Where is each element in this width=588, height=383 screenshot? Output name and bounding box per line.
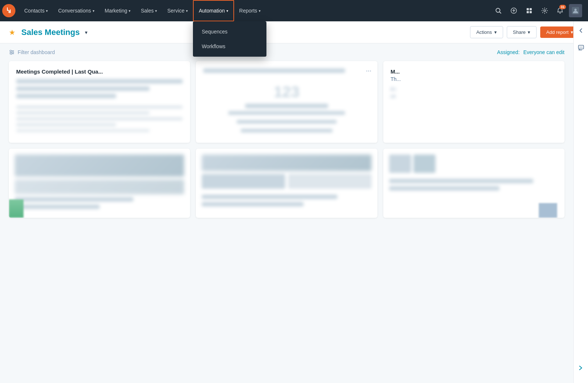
card-title: Meetings Completed | Last Qua...	[16, 68, 183, 75]
chevron-down-icon: ▾	[528, 29, 530, 35]
card2-content-blurred: 123	[203, 76, 370, 135]
svg-rect-7	[530, 11, 532, 13]
cards-grid-bottom	[9, 149, 564, 218]
nav-item-automation[interactable]: Automation ▾	[193, 0, 234, 21]
filter-dashboard-button[interactable]: Filter dashboard	[9, 49, 55, 55]
svg-point-20	[582, 47, 582, 47]
card3-subtitle: Th...	[391, 76, 557, 82]
favorite-star-icon[interactable]: ★	[9, 28, 15, 37]
share-button[interactable]: Share ▾	[507, 26, 537, 38]
bottom-card-3	[383, 149, 564, 218]
bottom-card2-content	[202, 155, 371, 206]
svg-point-8	[544, 10, 546, 12]
nav-right-actions: 31	[492, 4, 582, 17]
nav-item-sales[interactable]: Sales ▾	[136, 0, 162, 21]
dropdown-item-sequences[interactable]: Sequences	[193, 24, 266, 39]
chevron-down-icon: ▾	[494, 29, 497, 35]
chevron-down-icon: ▾	[259, 9, 261, 13]
svg-point-19	[581, 47, 581, 47]
user-avatar[interactable]	[569, 4, 582, 17]
svg-point-16	[10, 53, 12, 54]
main-content: Filter dashboard Assigned: Everyone can …	[0, 43, 573, 230]
sidebar-collapse-button[interactable]	[576, 26, 586, 37]
card-meetings-completed: Meetings Completed | Last Qua...	[9, 61, 190, 143]
nav-item-marketing[interactable]: Marketing ▾	[100, 0, 136, 21]
card-content-blurred	[16, 79, 183, 132]
svg-point-18	[580, 47, 580, 47]
subheader-actions: Actions ▾ Share ▾ Add report ▾	[470, 26, 579, 38]
search-button[interactable]	[492, 4, 505, 17]
chevron-down-icon: ▾	[186, 9, 188, 13]
card2-title-blurred	[203, 68, 370, 73]
chevron-down-icon: ▾	[46, 9, 48, 13]
top-navigation: Contacts ▾ Conversations ▾ Marketing ▾ S…	[0, 0, 588, 21]
filter-bar: Filter dashboard Assigned: Everyone can …	[9, 49, 564, 55]
cards-grid-top: Meetings Completed | Last Qua... ··· 123	[9, 61, 564, 143]
chevron-down-icon: ▾	[571, 29, 573, 35]
chevron-down-icon: ▾	[226, 9, 228, 13]
svg-rect-6	[527, 11, 529, 13]
notification-count-badge: 31	[559, 5, 566, 9]
card-second: ··· 123	[196, 61, 377, 143]
card-options-button[interactable]: ···	[366, 67, 372, 75]
nav-item-conversations[interactable]: Conversations ▾	[53, 0, 100, 21]
upgrade-button[interactable]	[507, 4, 520, 17]
card3-partial-text1: If t	[391, 86, 557, 92]
bottom-card1-content	[15, 155, 184, 209]
nav-item-contacts[interactable]: Contacts ▾	[19, 0, 53, 21]
chevron-down-icon: ▾	[93, 9, 94, 13]
page-title: Sales Meetings	[21, 28, 80, 37]
chevron-down-icon: ▾	[155, 9, 157, 13]
assigned-value[interactable]: Everyone can edit	[523, 49, 564, 55]
green-decoration	[9, 199, 24, 218]
svg-rect-4	[527, 8, 529, 10]
chevron-down-icon: ▾	[129, 9, 130, 13]
title-dropdown-arrow[interactable]: ▾	[85, 29, 87, 35]
assigned-info: Assigned: Everyone can edit	[497, 49, 564, 55]
card3-partial-text2: cri	[391, 93, 557, 99]
card3-content-blurred: If t cri	[391, 86, 557, 99]
sidebar-chat-button[interactable]	[576, 43, 586, 54]
svg-point-1	[496, 8, 500, 13]
svg-line-2	[500, 12, 501, 14]
right-sidebar	[573, 21, 588, 230]
nav-item-reports[interactable]: Reports ▾	[234, 0, 266, 21]
subheader: ★ Sales Meetings ▾ Actions ▾ Share ▾ Add…	[0, 21, 588, 43]
dropdown-item-workflows[interactable]: Workflows	[193, 39, 266, 54]
marketplace-button[interactable]	[523, 4, 536, 17]
bottom-card3-content	[389, 155, 559, 191]
hubspot-logo[interactable]	[6, 4, 19, 17]
svg-rect-5	[530, 8, 532, 10]
bottom-card-2	[196, 149, 377, 218]
actions-button[interactable]: Actions ▾	[470, 26, 503, 38]
bottom-card-1	[9, 149, 190, 218]
card3-title: M...	[391, 68, 557, 75]
settings-button[interactable]	[538, 4, 551, 17]
svg-point-15	[12, 52, 14, 53]
notifications-button[interactable]: 31	[553, 4, 567, 17]
nav-menu: Contacts ▾ Conversations ▾ Marketing ▾ S…	[19, 0, 492, 21]
svg-point-14	[10, 50, 11, 52]
nav-item-service[interactable]: Service ▾	[162, 0, 193, 21]
svg-point-10	[574, 9, 577, 11]
blue-decoration	[539, 203, 557, 218]
nav-item-automation-wrapper: Automation ▾ Sequences Workflows	[193, 0, 234, 21]
card-third: M... Th... If t cri	[383, 61, 564, 143]
automation-dropdown: Sequences Workflows	[193, 21, 266, 57]
